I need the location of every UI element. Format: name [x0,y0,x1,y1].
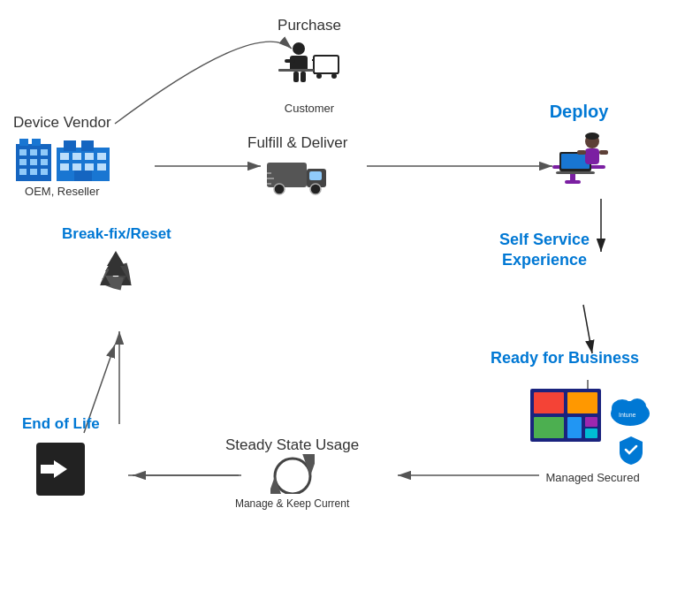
svg-rect-29 [19,159,27,165]
svg-rect-62 [585,148,599,164]
windows-icon [530,389,601,442]
ready-label: Ready for Business [491,349,639,368]
svg-rect-15 [301,72,306,82]
purchase-label: Purchase [278,17,341,34]
svg-rect-22 [278,69,314,72]
svg-rect-39 [72,153,81,160]
svg-rect-34 [41,169,48,175]
manage-keep-current-label: Manage & Keep Current [235,497,349,510]
self-service-node: Self ServiceExperience [499,230,590,275]
svg-rect-32 [19,169,27,175]
end-of-life-node: End of Life [22,415,100,500]
svg-rect-64 [599,150,608,155]
purchase-sublabel: Customer [285,102,334,115]
svg-rect-60 [556,171,595,174]
fulfill-deliver-node: Fulfill & Deliver [247,131,347,195]
svg-rect-43 [72,163,81,171]
svg-rect-71 [585,417,597,427]
svg-rect-69 [534,417,564,438]
svg-rect-26 [19,149,27,155]
svg-rect-47 [267,163,307,187]
svg-rect-44 [85,163,94,171]
svg-rect-31 [41,159,48,165]
svg-rect-28 [41,149,48,155]
managed-icons: Intune [530,389,655,466]
svg-rect-49 [309,171,322,180]
deploy-node: Deploy [544,102,614,187]
device-vendor-node: Device Vendor [13,110,111,198]
break-fix-label: Break-fix/Reset [62,225,171,243]
managed-label: Managed Secured [545,471,639,484]
svg-line-5 [583,305,592,353]
cloud-shield-group: Intune [606,389,655,466]
svg-text:Intune: Intune [619,412,636,418]
svg-rect-24 [19,139,28,146]
device-vendor-label: Device Vendor [13,114,111,132]
break-fix-node: Break-fix/Reset [62,225,171,304]
svg-rect-16 [285,59,295,63]
vendor-icons [14,137,110,181]
svg-rect-25 [32,139,41,146]
deploy-label: Deploy [550,102,609,122]
svg-rect-41 [97,153,106,160]
svg-point-12 [293,42,305,55]
purchase-node: Purchase Customer [274,13,345,115]
svg-rect-42 [60,163,69,171]
svg-rect-67 [534,392,564,413]
steady-state-label: Steady State Usage [225,436,359,454]
svg-rect-38 [60,153,69,160]
svg-point-50 [274,184,285,194]
building1-icon [14,137,53,181]
svg-rect-68 [567,392,597,413]
self-service-label: Self ServiceExperience [499,230,590,271]
svg-rect-72 [585,428,597,438]
recycle-icon [88,246,145,304]
svg-rect-27 [30,149,37,155]
lifecycle-diagram: Purchase Customer Device [0,0,700,599]
svg-rect-46 [74,171,92,181]
exit-icon [32,438,89,500]
ready-for-business-node: Ready for Business [491,349,639,371]
svg-rect-63 [577,150,586,155]
shield-icon [618,435,644,466]
fulfill-label: Fulfill & Deliver [247,134,347,152]
svg-rect-14 [293,72,299,82]
svg-rect-37 [81,140,94,151]
end-of-life-label: End of Life [22,415,100,433]
svg-rect-57 [565,180,581,184]
svg-rect-36 [64,140,76,151]
svg-rect-30 [30,159,37,165]
sync-icon [270,454,315,494]
svg-rect-40 [85,153,94,160]
svg-rect-45 [97,163,106,171]
purchase-icon [274,38,345,98]
deploy-icon [544,125,614,187]
svg-rect-17 [314,56,339,73]
truck-icon [267,155,329,195]
svg-point-65 [585,133,599,140]
svg-point-51 [310,184,321,194]
svg-rect-70 [567,417,582,438]
building2-icon [57,137,110,181]
vendor-sublabel: OEM, Reseller [25,185,100,198]
svg-rect-33 [30,169,37,175]
steady-state-node: Steady State Usage Manage & Keep Current [225,433,359,510]
cloud-intune-icon: Intune [606,389,655,433]
managed-secured-node: Intune Managed Secured [530,389,655,484]
